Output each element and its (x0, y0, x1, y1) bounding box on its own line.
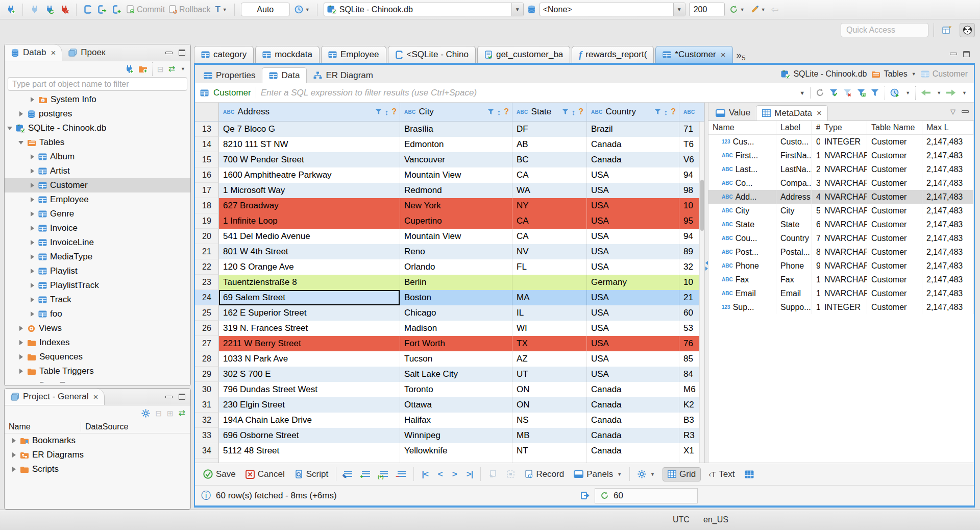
cell-13-0[interactable]: Qe 7 Bloco G (219, 122, 400, 137)
meta-row-postal[interactable]: ABCPost...Postal...8NVARCHARCustomer2,14… (708, 245, 974, 259)
meta-cell-3[interactable]: NVARCHAR (820, 245, 867, 259)
meta-cell-5[interactable]: 2,147,483 (922, 135, 974, 149)
cell-16-1[interactable]: Mountain View (400, 167, 512, 183)
meta-cell-2[interactable]: 1 (812, 149, 820, 162)
more-tabs-button[interactable]: »5 (734, 50, 749, 63)
close-icon[interactable]: × (93, 393, 99, 401)
fetch-all-button[interactable] (504, 468, 517, 480)
chevron-collapsed-icon[interactable] (29, 183, 35, 188)
meta-column-header-name[interactable]: Name (708, 121, 776, 134)
row-number[interactable]: 18 (195, 198, 219, 213)
first-row-button[interactable]: |< (420, 468, 430, 481)
open-sql-script-button[interactable] (96, 4, 108, 15)
row-number[interactable]: 23 (195, 275, 219, 290)
tree-item-table-triggers[interactable]: Table Triggers (5, 364, 190, 378)
cell-22-3[interactable]: USA (587, 259, 679, 275)
meta-row-lastna[interactable]: ABCLast...LastNa...2NVARCHARCustomer2,14… (708, 162, 974, 176)
row-number[interactable]: 30 (195, 382, 219, 397)
result-tab-er-diagram[interactable]: ER Diagram (307, 67, 380, 83)
meta-cell-2[interactable]: 7 (812, 231, 820, 245)
cell-29-0[interactable]: 302 S 700 E (219, 367, 400, 382)
cell-30-0[interactable]: 796 Dundas Street West (219, 382, 400, 397)
meta-cell-1[interactable]: Compa... (776, 176, 812, 190)
meta-row-email[interactable]: ABCEmailEmail11NVARCHARCustomer2,147,483 (708, 286, 974, 300)
filter-history-arrow-icon[interactable]: ▼ (799, 90, 805, 96)
filter-icon[interactable] (487, 109, 494, 115)
custom-filter-icon[interactable] (871, 89, 879, 97)
meta-cell-name[interactable]: ABCCou... (708, 231, 776, 245)
cell-20-3[interactable]: USA (587, 229, 679, 244)
link-with-editor-icon[interactable]: ⇄ (179, 409, 185, 417)
cell-31-1[interactable]: Ottawa (400, 397, 512, 413)
meta-cell-1[interactable]: LastNa... (776, 162, 812, 176)
chevron-collapsed-icon[interactable] (29, 168, 35, 174)
cell-32-2[interactable]: NS (512, 413, 587, 428)
cell-partial-1[interactable] (400, 459, 512, 463)
chevron-collapsed-icon[interactable] (11, 467, 17, 472)
cell-16-0[interactable]: 1600 Amphitheatre Parkway (219, 167, 400, 183)
cell-21-0[interactable]: 801 W 4th Street (219, 244, 400, 259)
fetch-size-input[interactable] (689, 3, 725, 16)
meta-row-compa[interactable]: ABCCo...Compa...3NVARCHARCustomer2,147,4… (708, 176, 974, 190)
splitter-collapse-icons[interactable] (705, 261, 708, 271)
meta-cell-4[interactable]: Customer (867, 176, 922, 190)
gear-icon[interactable] (141, 409, 150, 418)
nav-back-icon[interactable] (921, 89, 930, 96)
cell-28-3[interactable]: USA (587, 351, 679, 367)
expand-all-icon[interactable]: ⊞ (167, 409, 174, 417)
meta-cell-2[interactable]: 5 (812, 204, 820, 218)
meta-cell-1[interactable]: Fax (776, 273, 812, 286)
meta-cell-2[interactable]: 9 (812, 259, 820, 273)
locale-indicator[interactable]: en_US (703, 515, 728, 524)
cell-30-3[interactable]: Canada (587, 382, 679, 397)
cell-19-0[interactable]: 1 Infinite Loop (219, 213, 400, 229)
cell-30-2[interactable]: ON (512, 382, 587, 397)
cell-20-0[interactable]: 541 Del Medio Avenue (219, 229, 400, 244)
save-button[interactable]: Save (201, 468, 238, 481)
row-number[interactable]: 17 (195, 183, 219, 198)
link-with-editor-icon[interactable]: ⇄ (168, 65, 175, 73)
auto-refresh-icon[interactable] (890, 88, 899, 97)
script-button[interactable]: Script (292, 468, 330, 481)
cell-23-1[interactable]: Berlin (400, 275, 512, 290)
refresh-rows-button[interactable]: ▼ (728, 4, 746, 15)
cell-29-1[interactable]: Salt Lake City (400, 367, 512, 382)
meta-cell-5[interactable]: 2,147,483 (922, 218, 974, 231)
tree-item-artist[interactable]: Artist (5, 164, 190, 178)
meta-row-custo[interactable]: 123Cus...Custo...0INTEGERCustomer2,147,4… (708, 135, 974, 149)
column-header-city[interactable]: ABCCity↕? (400, 103, 512, 121)
cell-26-2[interactable]: WI (512, 321, 587, 336)
connection-dropdown-arrow[interactable]: ▼ (511, 3, 523, 16)
editor-tab-mockdata[interactable]: mockdata (255, 46, 320, 63)
sort-icon[interactable]: ↕ (664, 108, 668, 116)
row-number[interactable]: 29 (195, 367, 219, 382)
chevron-collapsed-icon[interactable] (29, 154, 35, 159)
cell-25-1[interactable]: Chicago (400, 305, 512, 321)
chevron-expanded-icon[interactable] (7, 127, 13, 130)
meta-cell-5[interactable]: 2,147,483 (922, 162, 974, 176)
meta-cell-4[interactable]: Customer (867, 286, 922, 300)
meta-cell-3[interactable]: NVARCHAR (820, 286, 867, 300)
cell-33-0[interactable]: 696 Osborne Street (219, 428, 400, 443)
row-number[interactable]: 14 (195, 137, 219, 152)
tree-item-customer[interactable]: Customer (5, 178, 190, 192)
cell-16-2[interactable]: CA (512, 167, 587, 183)
tree-item-sqlite-chinook-db[interactable]: SQLite - Chinook.db (5, 121, 190, 135)
project-item-er-diagrams[interactable]: ER Diagrams (5, 448, 190, 462)
tree-item-views[interactable]: Views (5, 321, 190, 335)
sql-editor-button[interactable] (83, 4, 93, 15)
tab-database-navigator[interactable]: Datab × (5, 44, 62, 61)
apply-filter-icon[interactable] (829, 89, 838, 97)
save-filter-icon[interactable] (857, 89, 866, 97)
grid-corner-cell[interactable] (195, 103, 219, 121)
tree-item-playlisttrack[interactable]: PlaylistTrack (5, 278, 190, 293)
chevron-collapsed-icon[interactable] (29, 197, 35, 202)
cell-25-2[interactable]: IL (512, 305, 587, 321)
cancel-button[interactable]: Cancel (243, 468, 287, 481)
meta-cell-4[interactable]: Customer (867, 204, 922, 218)
row-number[interactable]: 28 (195, 351, 219, 367)
panel-tab-metadata[interactable]: MetaData× (756, 105, 828, 121)
collapse-all-icon[interactable]: ⊟ (155, 409, 162, 417)
view-menu-icon[interactable]: ▼ (181, 66, 185, 71)
tree-item-album[interactable]: Album (5, 150, 190, 164)
